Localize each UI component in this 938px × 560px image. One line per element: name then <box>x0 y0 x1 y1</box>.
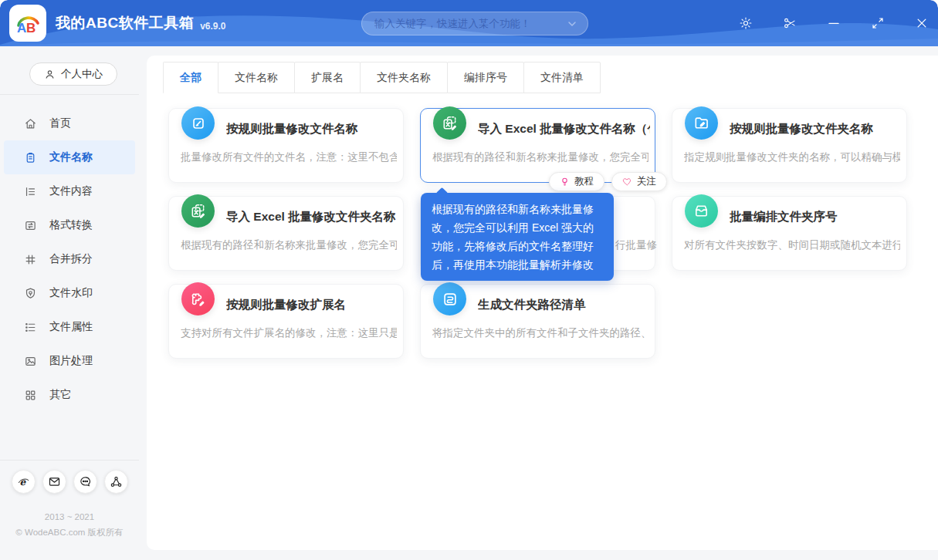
list-icon <box>24 321 37 334</box>
maximize-icon[interactable] <box>871 16 885 30</box>
sidebar-item-other[interactable]: 其它 <box>4 378 135 412</box>
card-title: 按规则批量修改文件夹名称 <box>730 121 902 137</box>
title-bar: A B 我的ABC软件工具箱 v6.9.0 <box>0 0 938 46</box>
route-icon <box>433 282 466 315</box>
chevron-down-icon[interactable] <box>566 18 578 30</box>
image-icon <box>24 355 37 368</box>
tab-label: 文件清单 <box>540 71 584 85</box>
global-search[interactable] <box>361 12 588 35</box>
card-desc: 根据现有的路径和新名称来批量修改，您完全可以利 <box>432 150 648 164</box>
tab-all[interactable]: 全部 <box>163 62 218 93</box>
edit-folder-icon <box>685 106 718 140</box>
excel-file-icon <box>433 106 466 140</box>
puzzle-icon <box>181 282 215 315</box>
card-title: 导入 Excel 批量修改文件夹名称 <box>226 209 398 225</box>
sidebar-item-label: 合并拆分 <box>49 252 93 266</box>
card-title: 批量编排文件夹序号 <box>730 209 902 225</box>
settings-gear-icon[interactable] <box>739 16 753 30</box>
minimize-icon[interactable] <box>827 16 841 30</box>
card-title: 导入 Excel 批量修改文件名称（包 <box>478 121 650 137</box>
copyright-owner: © WodeABC.com 版权所有 <box>0 525 139 540</box>
sidebar-item-file-name[interactable]: 文件名称 <box>4 140 135 174</box>
archive-icon <box>685 194 718 228</box>
tab-file-list[interactable]: 文件清单 <box>523 62 601 93</box>
card-title: 生成文件夹路径清单 <box>478 297 650 313</box>
card-desc: 对所有文件夹按数字、时间日期或随机文本进行批量 <box>684 238 900 252</box>
card-title: 按规则批量修改扩展名 <box>226 297 398 313</box>
card-rename-folders[interactable]: 按规则批量修改文件夹名称 指定规则批量修改文件夹的名称，可以精确与模糊查 <box>672 108 907 183</box>
copyright-years: 2013 ~ 2021 <box>0 509 139 525</box>
card-rename-files[interactable]: 按规则批量修改文件名称 批量修改所有文件的文件名，注意：这里不包含扩展 <box>168 108 404 183</box>
sidebar: 个人中心 首页 文件名称 文件内容 <box>0 46 139 560</box>
edit-file-icon <box>181 106 215 140</box>
tutorial-label: 教程 <box>574 175 594 188</box>
sidebar-item-home[interactable]: 首页 <box>4 106 135 140</box>
svg-text:A: A <box>17 21 26 35</box>
share-network-button[interactable] <box>104 470 128 494</box>
tab-serial-number[interactable]: 编排序号 <box>447 62 524 93</box>
svg-text:e: e <box>19 477 26 487</box>
copyright: 2013 ~ 2021 © WodeABC.com 版权所有 <box>0 509 139 540</box>
category-tabs: 全部 文件名称 扩展名 文件夹名称 编排序号 文件清单 <box>164 62 601 93</box>
tab-label: 文件名称 <box>235 71 278 85</box>
divider <box>0 460 139 460</box>
card-generate-path-list[interactable]: 生成文件夹路径清单 将指定文件夹中的所有文件和子文件夹的路径、名称 <box>420 284 655 359</box>
sidebar-item-file-content[interactable]: 文件内容 <box>4 174 135 208</box>
sidebar-item-label: 文件属性 <box>49 320 93 334</box>
sidebar-item-file-props[interactable]: 文件属性 <box>4 310 135 344</box>
follow-button[interactable]: 关注 <box>611 172 667 191</box>
card-desc-fragment: 行批量修 <box>615 238 657 252</box>
excel-folder-icon <box>181 194 215 228</box>
card-number-folders[interactable]: 批量编排文件夹序号 对所有文件夹按数字、时间日期或随机文本进行批量 <box>672 196 907 271</box>
profile-button[interactable]: 个人中心 <box>29 62 117 86</box>
tooltip-text: 根据现有的路径和新名称来批量修改，您完全可以利用 Excel 强大的功能，先将修… <box>432 203 594 271</box>
mail-button[interactable] <box>42 470 66 494</box>
sidebar-item-label: 文件水印 <box>49 286 93 300</box>
sidebar-item-image[interactable]: 图片处理 <box>4 344 135 378</box>
card-desc: 将指定文件夹中的所有文件和子文件夹的路径、名称 <box>432 326 648 340</box>
text-lines-icon <box>24 185 37 198</box>
sidebar-item-label: 文件内容 <box>49 184 93 198</box>
sidebar-item-watermark[interactable]: 文件水印 <box>4 276 135 310</box>
sidebar-item-format-convert[interactable]: 格式转换 <box>4 208 135 242</box>
app-window: A B 我的ABC软件工具箱 v6.9.0 <box>0 0 938 560</box>
search-input[interactable] <box>374 18 566 29</box>
profile-label: 个人中心 <box>61 67 103 81</box>
home-icon <box>24 117 37 130</box>
chat-button[interactable] <box>73 470 97 494</box>
lightbulb-icon <box>560 177 570 187</box>
feature-card-grid: 按规则批量修改文件名称 批量修改所有文件的文件名，注意：这里不包含扩展 导入 E… <box>168 108 909 359</box>
sidebar-item-label: 图片处理 <box>49 354 93 368</box>
tab-label: 扩展名 <box>311 71 344 85</box>
card-desc: 指定规则批量修改文件夹的名称，可以精确与模糊查 <box>684 150 900 164</box>
sidebar-item-label: 格式转换 <box>49 218 93 232</box>
sidebar-item-merge-split[interactable]: 合并拆分 <box>4 242 135 276</box>
shield-icon <box>24 287 37 300</box>
close-icon[interactable] <box>915 16 929 30</box>
divider <box>0 94 139 95</box>
feature-tooltip: 根据现有的路径和新名称来批量修改，您完全可以利用 Excel 强大的功能，先将修… <box>421 193 614 281</box>
grid-icon <box>24 389 37 402</box>
app-logo: A B <box>9 5 46 42</box>
file-icon <box>24 151 37 164</box>
tab-label: 文件夹名称 <box>377 71 431 85</box>
convert-icon <box>24 219 37 232</box>
card-change-extensions[interactable]: 按规则批量修改扩展名 支持对所有文件扩展名的修改，注意：这里只是修改 <box>168 284 404 359</box>
svg-text:B: B <box>26 21 36 35</box>
card-desc: 支持对所有文件扩展名的修改，注意：这里只是修改 <box>181 326 397 340</box>
card-excel-rename-folders[interactable]: 导入 Excel 批量修改文件夹名称 根据现有的路径和新名称来批量修改，您完全可… <box>168 196 404 271</box>
tab-label: 全部 <box>180 71 201 85</box>
tab-folder-name[interactable]: 文件夹名称 <box>360 62 448 93</box>
card-title: 按规则批量修改文件名称 <box>226 121 398 137</box>
tutorial-button[interactable]: 教程 <box>549 172 604 191</box>
tab-label: 编排序号 <box>464 71 507 85</box>
card-desc: 根据现有的路径和新名称来批量修改，您完全可以利 <box>181 238 397 252</box>
tab-extension[interactable]: 扩展名 <box>294 62 361 93</box>
scissors-icon[interactable] <box>783 16 797 30</box>
app-title: 我的ABC软件工具箱 <box>56 13 194 33</box>
heart-icon <box>622 177 632 187</box>
tab-file-name[interactable]: 文件名称 <box>218 62 295 93</box>
sidebar-item-label: 文件名称 <box>49 150 93 164</box>
card-excel-rename-files[interactable]: 导入 Excel 批量修改文件名称（包 根据现有的路径和新名称来批量修改，您完全… <box>420 108 655 183</box>
browser-link-button[interactable]: e <box>12 470 36 494</box>
